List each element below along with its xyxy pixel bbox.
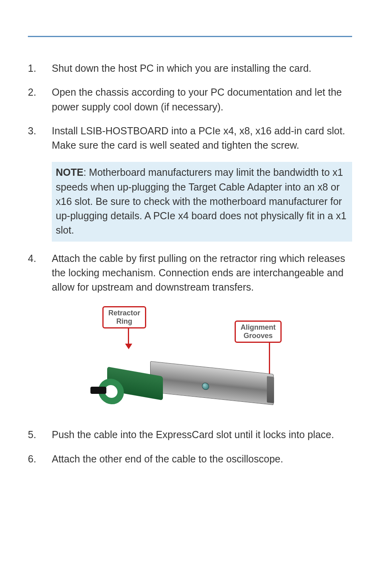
step-number: 3. [28, 124, 52, 153]
instruction-list: 1. Shut down the host PC in which you ar… [28, 61, 352, 466]
cable-connector-figure: Retractor Ring Alignment Grooves [94, 304, 286, 415]
step-number: 4. [28, 251, 52, 295]
callout-arrow-line [128, 328, 129, 344]
callout-alignment-grooves: Alignment Grooves [235, 321, 282, 342]
note-text: : Motherboard manufacturers may limit th… [56, 167, 347, 236]
step-text: Shut down the host PC in which you are i… [52, 61, 352, 75]
callout-retractor-ring: Retractor Ring [102, 306, 146, 328]
cable-end-graphic [90, 387, 106, 394]
step-number: 6. [28, 452, 52, 466]
note-label: NOTE [56, 167, 83, 178]
step-3: 3. Install LSIB-HOSTBOARD into a PCIe x4… [28, 124, 352, 153]
callout-arrow-head [125, 344, 132, 349]
step-number: 1. [28, 61, 52, 75]
step-text: Attach the other end of the cable to the… [52, 452, 352, 466]
step-5: 5. Push the cable into the ExpressCard s… [28, 427, 352, 442]
callout-text: Alignment [241, 323, 276, 332]
step-text: Open the chassis according to your PC do… [52, 85, 352, 114]
step-number: 2. [28, 85, 52, 114]
top-divider [28, 36, 352, 37]
callout-text: Ring [108, 317, 140, 326]
step-text: Install LSIB-HOSTBOARD into a PCIe x4, x… [52, 124, 352, 153]
step-number: 5. [28, 427, 52, 442]
step-6: 6. Attach the other end of the cable to … [28, 452, 352, 466]
step-text: Attach the cable by first pulling on the… [52, 251, 352, 295]
connector-body-graphic [150, 361, 274, 405]
figure-container: Retractor Ring Alignment Grooves [28, 304, 352, 415]
document-page: 1. Shut down the host PC in which you ar… [0, 0, 380, 500]
callout-text: Grooves [241, 332, 276, 340]
step-4: 4. Attach the cable by first pulling on … [28, 251, 352, 295]
note-box: NOTE: Motherboard manufacturers may limi… [52, 162, 352, 241]
callout-text: Retractor [108, 309, 140, 317]
step-1: 1. Shut down the host PC in which you ar… [28, 61, 352, 75]
step-text: Push the cable into the ExpressCard slot… [52, 427, 352, 442]
step-2: 2. Open the chassis according to your PC… [28, 85, 352, 114]
